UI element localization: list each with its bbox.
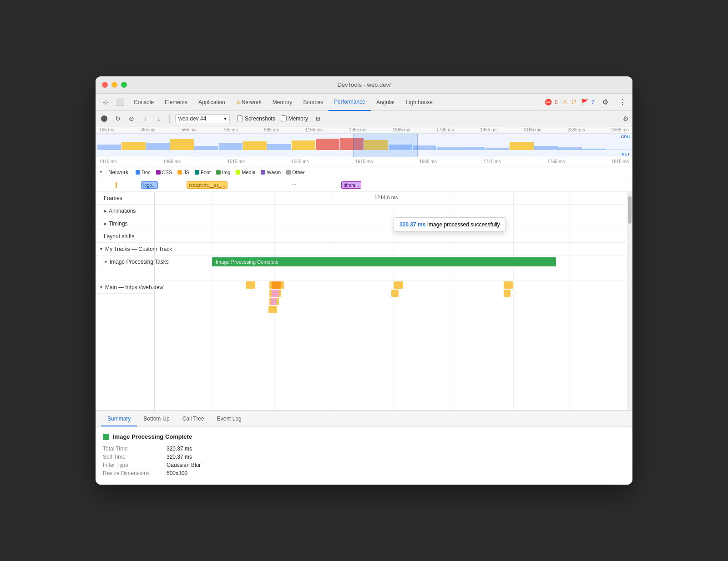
doc-color [136,170,140,175]
detail-label-6: 1715 ms [483,159,500,164]
tab-summary[interactable]: Summary [101,412,137,426]
memory-settings-icon[interactable]: ⊞ [313,114,323,123]
tab-call-tree[interactable]: Call Tree [176,412,211,426]
summary-key-resize: Resize Dimensions [103,470,167,476]
panel-row-frames[interactable]: Frames [96,192,154,205]
panel-row-animations[interactable]: ▶ Animations [96,205,154,217]
summary-key-self: Self Time [103,454,167,460]
frames-row-content: 1214.8 ms [155,192,632,205]
ruler-label-11: 2365 ms [567,127,585,132]
close-button[interactable] [102,82,108,88]
flame-bar[interactable] [272,290,279,297]
memory-input[interactable] [281,115,287,121]
processing-bar-label: Image Processing Complete [216,259,278,265]
tab-sources[interactable]: Sources [298,94,329,111]
performance-settings-icon[interactable]: ⚙ [623,115,629,122]
flame-row-12 [155,371,632,379]
frames-label: Frames [104,195,122,201]
tab-bottom-up[interactable]: Bottom-Up [137,412,176,426]
cpu-bar [510,142,533,150]
flame-bar[interactable] [504,290,511,297]
titlebar: DevTools - web.dev/ [96,76,632,94]
scrollbar-track[interactable] [627,192,632,410]
download-icon: ↓ [157,115,161,122]
panel-row-timings[interactable]: ▶ Timings [96,217,154,230]
upload-button[interactable]: ↑ [140,114,150,124]
inspect-icon[interactable]: ⊹ [99,96,112,109]
flame-bar[interactable] [271,298,277,305]
frame-time-value: 1214.8 ms [374,195,398,200]
clear-button[interactable]: ⊘ [126,114,136,124]
right-panel[interactable]: 1214.8 ms Image Processing Complete 320.… [155,192,632,410]
legend-doc: Doc [136,170,151,175]
network-chip-bfram[interactable]: bfram... [341,181,361,189]
tab-memory[interactable]: Memory [267,94,298,111]
flame-row-5 [155,314,632,322]
tab-event-log[interactable]: Event Log [211,412,248,426]
screenshots-input[interactable] [237,115,243,121]
tooltip: 320.37 ms Image processed successfully [394,217,506,232]
panel-row-my-tracks[interactable]: ▼ My Tracks — Custom Track [96,243,154,255]
panel-row-image-processing[interactable]: ▼ Image Processing Tasks [96,255,154,268]
panel-row-main[interactable]: ▼ Main — https://web.dev/ [96,281,154,294]
network-legend: ▼ Network Doc CSS JS Font Img [96,166,632,178]
minimize-button[interactable] [111,82,117,88]
screenshots-checkbox[interactable]: Screenshots [237,115,275,122]
device-icon[interactable]: ⬜ [114,96,126,109]
tab-application[interactable]: Application [193,94,231,111]
flame-bar[interactable] [268,306,277,313]
net-label-right: NET [622,152,630,156]
legend-css-label: CSS [162,170,172,175]
legend-js-label: JS [183,170,189,175]
summary-panel: Image Processing Complete Total Time 320… [96,426,632,485]
detail-ruler-labels: 1415 ms 1465 ms 1515 ms 1565 ms 1615 ms … [96,159,632,164]
tab-elements[interactable]: Elements [159,94,193,111]
download-button[interactable]: ↓ [154,114,164,124]
network-chip-logo[interactable]: logo... [141,181,158,189]
flame-row-13 [155,379,632,387]
timeline-overview[interactable]: 165 ms 365 ms 565 ms 765 ms 965 ms 1165 … [96,126,632,157]
record-button[interactable] [99,114,109,124]
tab-console[interactable]: Console [128,94,159,111]
tab-performance[interactable]: Performance [329,94,371,111]
controls-bar: ↻ ⊘ ↑ ↓ web.dev #4 ▾ Screenshots Memory … [96,111,632,126]
window-title: DevTools - web.dev/ [337,81,390,88]
wasm-color [261,170,265,175]
tab-lighthouse[interactable]: Lighthouse [400,94,438,111]
network-toggle-icon[interactable]: ▼ [99,170,103,174]
detail-label-4: 1615 ms [355,159,373,164]
more-icon[interactable]: ⋮ [616,96,629,109]
ruler-label-0: 165 ms [99,127,114,132]
ruler-label-3: 765 ms [223,127,238,132]
cpu-bar [607,150,631,150]
detail-label-8: 1815 ms [612,159,629,164]
scrollbar-thumb[interactable] [628,196,632,224]
tab-network[interactable]: ⚠ Network [231,94,267,111]
network-marker [116,182,117,188]
error-badge: 5 [555,100,558,105]
network-chip-recaptcha[interactable]: recaptcha__es_... [187,181,228,189]
tab-angular[interactable]: Angular [371,94,400,111]
flame-bar[interactable] [394,281,403,289]
flame-bar[interactable] [246,281,255,289]
profile-selector[interactable]: web.dev #4 ▾ [175,114,230,123]
processing-bar[interactable]: Image Processing Complete [212,257,556,266]
legend-doc-label: Doc [142,170,151,175]
flame-bar[interactable] [504,281,513,289]
flame-row-6 [155,322,632,330]
flame-row-2 [155,289,632,297]
legend-media: Media [236,170,255,175]
memory-checkbox[interactable]: Memory [281,115,308,122]
flame-bar[interactable] [391,290,399,297]
flame-row-8 [155,338,632,346]
panel-row-layout-shifts[interactable]: Layout shifts [96,230,154,243]
flame-bar[interactable] [272,281,281,289]
settings-icon[interactable]: ⚙ [599,96,612,109]
tab-bar: Console Elements Application ⚠ Network M… [128,94,543,111]
maximize-button[interactable] [121,82,127,88]
reload-button[interactable]: ↻ [113,114,123,124]
timeline-minimap[interactable]: CPU NET [96,134,632,157]
my-tracks-chevron-icon: ▼ [99,247,103,251]
legend-media-label: Media [242,170,255,175]
selected-range[interactable] [353,134,418,157]
